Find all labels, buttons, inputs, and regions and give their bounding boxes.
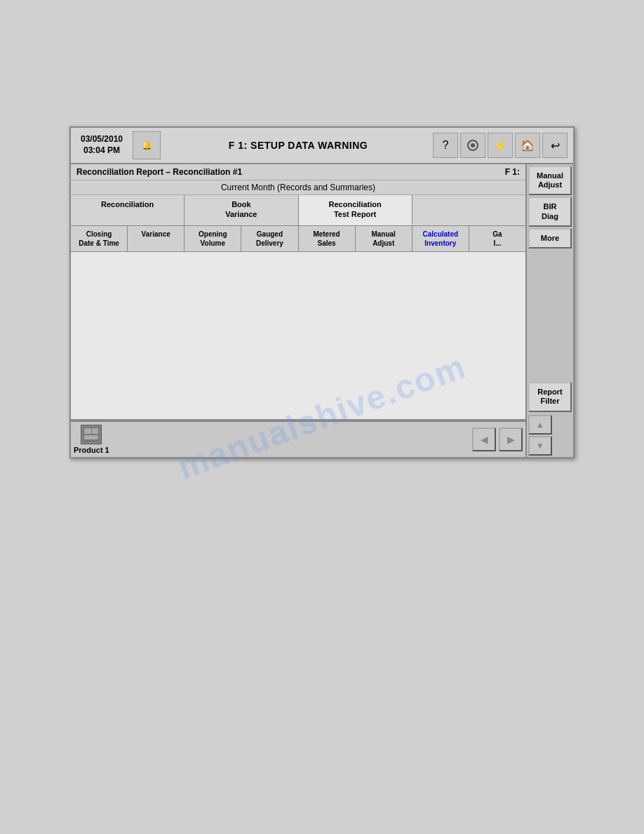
col-header-row: ClosingDate & Time Variance OpeningVolum… — [71, 226, 525, 252]
time-display: 03:04 PM — [83, 145, 120, 157]
content-wrapper: Reconciliation Report – Reconciliation #… — [71, 164, 573, 457]
help-icon[interactable]: ? — [433, 133, 458, 158]
bell-icon[interactable]: 🔔 — [133, 131, 161, 159]
back-icon[interactable]: ↩ — [542, 133, 568, 158]
header-title: F 1: SETUP DATA WARNING — [163, 140, 433, 151]
col-closing-date-time: ClosingDate & Time — [71, 226, 128, 251]
bottom-bar: Product 1 ◀ ▶ — [71, 421, 525, 457]
header-icons: ? ⚡ 🏠 ↩ — [433, 133, 568, 158]
home-icon[interactable]: 🏠 — [515, 133, 540, 158]
tab-empty[interactable] — [412, 195, 525, 225]
tab-book-variance[interactable]: BookVariance — [185, 195, 298, 225]
product-icon — [81, 425, 102, 444]
svg-point-1 — [471, 143, 475, 147]
nav-right-btn[interactable]: ▶ — [499, 428, 523, 451]
svg-rect-3 — [84, 428, 91, 434]
left-panel: Reconciliation Report – Reconciliation #… — [71, 164, 525, 457]
more-btn[interactable]: More — [528, 228, 572, 249]
tab-reconciliation-test-report[interactable]: ReconciliationTest Report — [299, 195, 412, 225]
bir-diag-btn[interactable]: BIRDiag — [528, 197, 572, 226]
col-metered-sales: MeteredSales — [299, 226, 356, 251]
col-gauged-delivery: GaugedDelivery — [241, 226, 298, 251]
svg-rect-4 — [92, 428, 98, 434]
col-calculated-inventory: CalculatedInventory — [412, 226, 469, 251]
lightning-icon[interactable]: ⚡ — [488, 133, 513, 158]
col-opening-volume: OpeningVolume — [185, 226, 241, 251]
product-block: Product 1 — [74, 425, 109, 454]
svg-rect-5 — [84, 435, 98, 439]
col-ga-i: GaI... — [469, 226, 525, 251]
data-area — [71, 252, 525, 421]
manual-adjust-btn[interactable]: ManualAdjust — [528, 166, 572, 195]
subtitle-bar: Current Month (Records and Summaries) — [71, 180, 525, 195]
report-filter-btn[interactable]: ReportFilter — [528, 382, 572, 411]
product-label: Product 1 — [74, 446, 109, 454]
f1-label: F 1: — [505, 167, 520, 177]
settings-icon[interactable] — [460, 133, 485, 158]
nav-down-btn[interactable]: ▼ — [528, 436, 552, 456]
nav-up-btn[interactable]: ▲ — [528, 415, 552, 435]
main-container: 03/05/2010 03:04 PM 🔔 F 1: SETUP DATA WA… — [69, 126, 575, 458]
header-bar: 03/05/2010 03:04 PM 🔔 F 1: SETUP DATA WA… — [71, 128, 573, 164]
tab-reconciliation[interactable]: Reconciliation — [71, 195, 185, 225]
report-info-bar: Reconciliation Report – Reconciliation #… — [71, 164, 525, 180]
report-title: Reconciliation Report – Reconciliation #… — [76, 167, 242, 177]
col-manual-adjust: ManualAdjust — [356, 226, 412, 251]
date-display: 03/05/2010 — [81, 134, 123, 145]
tab-row: Reconciliation BookVariance Reconciliati… — [71, 195, 525, 226]
right-sidebar: ManualAdjust BIRDiag More ReportFilter ▲… — [525, 164, 573, 457]
col-variance: Variance — [128, 226, 185, 251]
sidebar-spacer — [528, 250, 572, 380]
nav-left-btn[interactable]: ◀ — [472, 428, 496, 451]
datetime-block: 03/05/2010 03:04 PM — [74, 134, 130, 156]
